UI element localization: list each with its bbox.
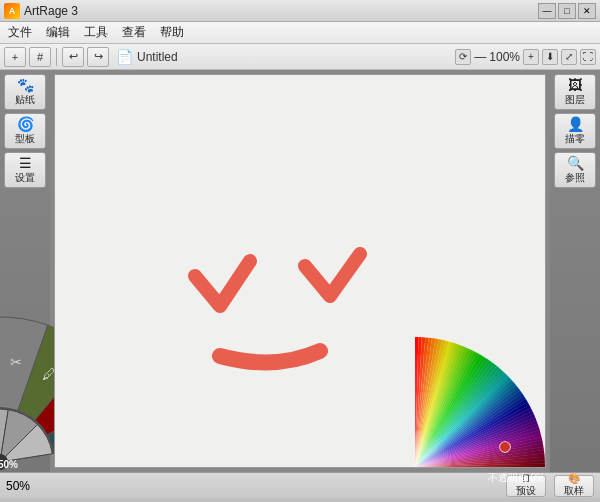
- left-panel: 🐾 贴纸 🌀 型板 ☰ 设置 50%: [0, 70, 50, 472]
- sample-btn[interactable]: 🎨 取样: [554, 475, 594, 497]
- color-wheel-container[interactable]: 不透明度 0%: [415, 337, 545, 467]
- settings-btn[interactable]: ☰ 设置: [4, 152, 46, 188]
- template-btn[interactable]: 🌀 型板: [4, 113, 46, 149]
- fullscreen-btn[interactable]: ⛶: [580, 49, 596, 65]
- opacity-label: 不透明度 0%: [488, 471, 545, 485]
- zoom-control: ⟳ — 100% + ⬇ ⤢ ⛶: [455, 49, 596, 65]
- sticker-icon: 🐾: [17, 78, 34, 92]
- redo-btn[interactable]: ↪: [87, 47, 109, 67]
- sticker-label: 贴纸: [15, 93, 35, 107]
- opacity-text: 不透明度: [488, 472, 531, 483]
- zoom-in-btn[interactable]: +: [523, 49, 539, 65]
- layers-icon: 🖼: [568, 78, 582, 92]
- opacity-value: 0%: [531, 472, 545, 483]
- layers-btn[interactable]: 🖼 图层: [554, 74, 596, 110]
- settings-label: 设置: [15, 171, 35, 185]
- tool-grid-btn[interactable]: #: [29, 47, 51, 67]
- menu-view[interactable]: 查看: [116, 22, 152, 43]
- trace-btn[interactable]: 👤 描零: [554, 113, 596, 149]
- toolbar: + # ↩ ↪ 📄 Untitled ⟳ — 100% + ⬇ ⤢ ⛶: [0, 44, 600, 70]
- window-controls: — □ ✕: [538, 3, 596, 19]
- trace-icon: 👤: [567, 117, 584, 131]
- reference-btn[interactable]: 🔍 参照: [554, 152, 596, 188]
- menu-tools[interactable]: 工具: [78, 22, 114, 43]
- color-wheel-canvas[interactable]: [415, 337, 545, 467]
- close-button[interactable]: ✕: [578, 3, 596, 19]
- fit-btn[interactable]: ⤢: [561, 49, 577, 65]
- sample-label: 取样: [564, 484, 584, 498]
- doc-title-text: Untitled: [137, 50, 178, 64]
- tool-move-btn[interactable]: +: [4, 47, 26, 67]
- right-panel: 🖼 图层 👤 描零 🔍 参照: [550, 70, 600, 472]
- doc-icon: 📄: [116, 49, 133, 65]
- layers-label: 图层: [565, 93, 585, 107]
- template-icon: 🌀: [17, 117, 34, 131]
- toolbar-sep-1: [56, 48, 57, 66]
- title-bar-text: ArtRage 3: [24, 4, 538, 18]
- doc-title: 📄 Untitled: [116, 49, 178, 65]
- minimize-button[interactable]: —: [538, 3, 556, 19]
- undo-btn[interactable]: ↩: [62, 47, 84, 67]
- menu-edit[interactable]: 编辑: [40, 22, 76, 43]
- zoom-percent: 50%: [0, 459, 18, 470]
- trace-label: 描零: [565, 132, 585, 146]
- export-btn[interactable]: ⬇: [542, 49, 558, 65]
- menu-bar: 文件 编辑 工具 查看 帮助: [0, 22, 600, 44]
- main-area: 🐾 贴纸 🌀 型板 ☰ 设置 50% 🖼: [0, 70, 600, 472]
- zoom-display: 50%: [6, 479, 30, 493]
- zoom-value: 100%: [489, 50, 520, 64]
- app-icon: A: [4, 3, 20, 19]
- rotate-btn[interactable]: ⟳: [455, 49, 471, 65]
- reference-icon: 🔍: [567, 156, 584, 170]
- menu-help[interactable]: 帮助: [154, 22, 190, 43]
- preset-label: 预设: [516, 484, 536, 498]
- sticker-btn[interactable]: 🐾 贴纸: [4, 74, 46, 110]
- zoom-separator: —: [474, 50, 486, 64]
- maximize-button[interactable]: □: [558, 3, 576, 19]
- menu-file[interactable]: 文件: [2, 22, 38, 43]
- template-label: 型板: [15, 132, 35, 146]
- reference-label: 参照: [565, 171, 585, 185]
- settings-icon: ☰: [19, 156, 32, 170]
- sample-icon: 🎨: [568, 473, 580, 484]
- title-bar: A ArtRage 3 — □ ✕: [0, 0, 600, 22]
